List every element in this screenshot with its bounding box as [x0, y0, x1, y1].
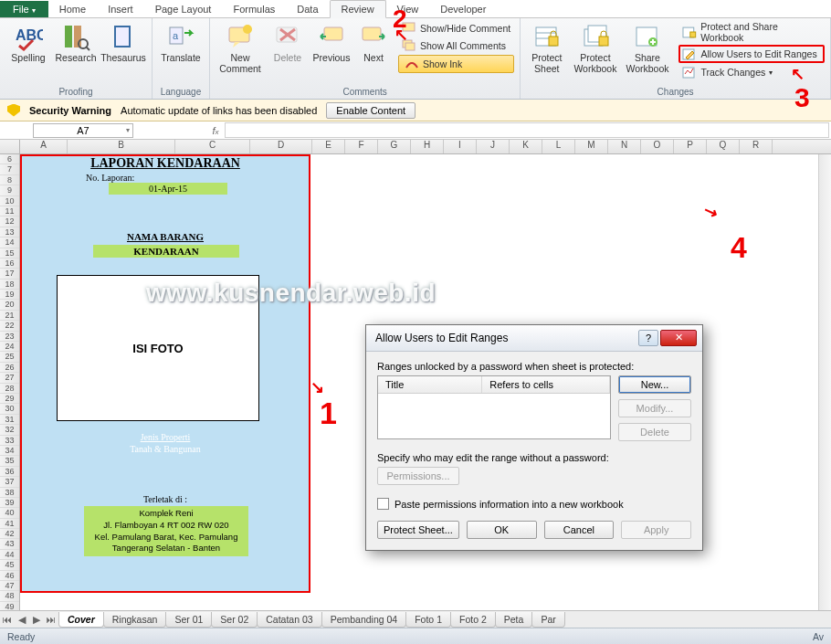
row-header-43[interactable]: 43 [0, 539, 19, 549]
photo-placeholder[interactable]: ISI FOTO [57, 275, 259, 421]
col-header-O[interactable]: O [641, 140, 674, 153]
row-header-38[interactable]: 38 [0, 488, 19, 498]
tab-review[interactable]: Review [330, 0, 386, 18]
row-header-27[interactable]: 27 [0, 373, 19, 383]
sheet-tab-ser-01[interactable]: Ser 01 [165, 612, 212, 628]
new-range-button[interactable]: New... [618, 375, 691, 394]
row-header-16[interactable]: 16 [0, 259, 19, 269]
tab-developer[interactable]: Developer [429, 1, 497, 17]
row-header-31[interactable]: 31 [0, 415, 19, 425]
cancel-button[interactable]: Cancel [544, 521, 615, 539]
row-header-47[interactable]: 47 [0, 581, 19, 591]
row-header-45[interactable]: 45 [0, 560, 19, 570]
row-header-33[interactable]: 33 [0, 436, 19, 446]
row-header-12[interactable]: 12 [0, 216, 19, 227]
col-header-H[interactable]: H [411, 140, 444, 153]
row-header-28[interactable]: 28 [0, 384, 19, 394]
col-header-M[interactable]: M [575, 140, 608, 153]
col-header-C[interactable]: C [175, 140, 250, 153]
row-header-34[interactable]: 34 [0, 446, 19, 456]
row-header-11[interactable]: 11 [0, 206, 19, 216]
share-workbook-button[interactable]: Share Workbook [623, 20, 671, 76]
show-hide-comment-button[interactable]: Show/Hide Comment [398, 20, 514, 37]
new-comment-button[interactable]: New Comment [216, 20, 265, 76]
row-header-19[interactable]: 19 [0, 290, 19, 300]
row-header-18[interactable]: 18 [0, 280, 19, 290]
row-header-39[interactable]: 39 [0, 498, 19, 508]
col-header-L[interactable]: L [542, 140, 575, 153]
sheet-tab-cover[interactable]: Cover [58, 612, 104, 628]
row-header-22[interactable]: 22 [0, 321, 19, 331]
sheet-nav-last[interactable]: ⏭ [44, 614, 58, 625]
protect-share-workbook-button[interactable]: Protect and Share Workbook [678, 20, 825, 44]
tab-page-layout[interactable]: Page Layout [144, 1, 223, 17]
row-header-23[interactable]: 23 [0, 332, 19, 342]
sheet-tab-foto-2[interactable]: Foto 2 [450, 612, 496, 628]
row-header-9[interactable]: 9 [0, 185, 19, 195]
col-header-J[interactable]: J [477, 140, 510, 153]
tab-file[interactable]: File ▾ [0, 1, 48, 17]
cell-date[interactable]: 01-Apr-15 [109, 183, 227, 195]
col-header-E[interactable]: E [312, 140, 345, 153]
allow-users-edit-ranges-button[interactable]: Allow Users to Edit Ranges [678, 45, 825, 63]
ok-button[interactable]: OK [467, 521, 537, 539]
row-header-13[interactable]: 13 [0, 227, 19, 238]
col-header-I[interactable]: I [444, 140, 477, 153]
col-header-P[interactable]: P [674, 140, 707, 153]
spelling-button[interactable]: ABC Spelling [5, 20, 51, 66]
row-header-42[interactable]: 42 [0, 529, 19, 539]
row-header-26[interactable]: 26 [0, 363, 19, 373]
col-header-F[interactable]: F [345, 140, 378, 153]
dialog-help-button[interactable]: ? [638, 330, 658, 346]
show-ink-button[interactable]: Show Ink [398, 55, 514, 73]
fx-icon[interactable]: fx [208, 125, 223, 136]
row-header-32[interactable]: 32 [0, 425, 19, 435]
protect-sheet-button-dialog[interactable]: Protect Sheet... [377, 521, 459, 539]
row-header-35[interactable]: 35 [0, 456, 19, 466]
row-header-29[interactable]: 29 [0, 394, 19, 404]
col-title[interactable]: Title [378, 376, 482, 393]
research-button[interactable]: Research [55, 20, 97, 66]
show-all-comments-button[interactable]: Show All Comments [398, 37, 514, 54]
col-header-B[interactable]: B [68, 140, 175, 153]
sheet-tab-peta[interactable]: Peta [495, 612, 533, 628]
sheet-tab-par[interactable]: Par [531, 612, 564, 628]
row-header-21[interactable]: 21 [0, 311, 19, 321]
row-header-8[interactable]: 8 [0, 175, 19, 185]
row-header-20[interactable]: 20 [0, 300, 19, 310]
row-header-30[interactable]: 30 [0, 404, 19, 414]
thesaurus-button[interactable]: Thesaurus [100, 20, 146, 66]
sheet-tab-ringkasan[interactable]: Ringkasan [103, 612, 167, 628]
row-header-15[interactable]: 15 [0, 248, 19, 259]
col-header-Q[interactable]: Q [707, 140, 740, 153]
row-header-40[interactable]: 40 [0, 508, 19, 518]
row-header-36[interactable]: 36 [0, 467, 19, 477]
translate-button[interactable]: a Translate [158, 20, 204, 66]
sheet-tab-foto-1[interactable]: Foto 1 [405, 612, 451, 628]
row-header-14[interactable]: 14 [0, 238, 19, 248]
row-header-44[interactable]: 44 [0, 550, 19, 560]
row-header-25[interactable]: 25 [0, 352, 19, 362]
address-block[interactable]: Komplek Reni Jl. Flamboyan 4 RT 002 RW 0… [84, 506, 248, 556]
enable-content-button[interactable]: Enable Content [326, 102, 416, 119]
row-header-48[interactable]: 48 [0, 591, 19, 601]
col-refers[interactable]: Refers to cells [482, 376, 610, 393]
col-header-A[interactable]: A [20, 140, 68, 153]
row-header-41[interactable]: 41 [0, 519, 19, 529]
tab-data[interactable]: Data [286, 1, 329, 17]
sheet-tab-catatan-03[interactable]: Catatan 03 [257, 612, 321, 628]
worksheet-grid[interactable]: ABCDEFGHIJKLMNOPQR 678910111213141516171… [0, 140, 831, 618]
sheet-tab-ser-02[interactable]: Ser 02 [211, 612, 258, 628]
row-header-24[interactable]: 24 [0, 342, 19, 352]
name-box[interactable]: A7▾ [33, 123, 133, 138]
col-header-K[interactable]: K [510, 140, 542, 153]
sheet-tab-pembanding-04[interactable]: Pembanding 04 [321, 612, 407, 628]
row-header-37[interactable]: 37 [0, 477, 19, 487]
paste-permissions-checkbox[interactable] [377, 498, 389, 510]
tab-insert[interactable]: Insert [97, 1, 144, 17]
row-header-46[interactable]: 46 [0, 571, 19, 581]
protect-workbook-button[interactable]: Protect Workbook [571, 20, 619, 76]
sheet-nav-next[interactable]: ▶ [29, 614, 44, 625]
row-header-7[interactable]: 7 [0, 164, 19, 174]
next-comment-button[interactable]: Next [356, 20, 391, 66]
